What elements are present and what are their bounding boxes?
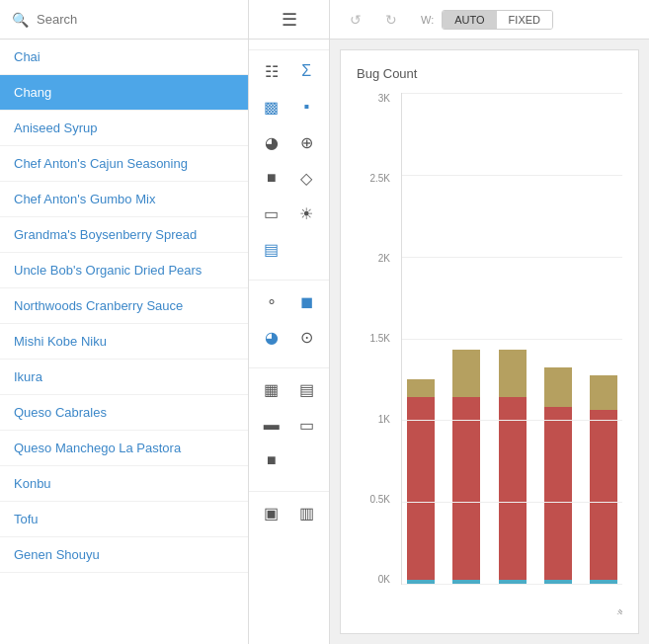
stacked-bar (407, 379, 435, 584)
bar-segment-bot (590, 580, 617, 584)
common-tools: ☷ Σ ▩ ▪ ◕ ⊕ ■ ◇ ▭ ☀ ▤ (249, 50, 329, 270)
undo-button[interactable]: ↺ (342, 6, 369, 34)
list-item[interactable]: Queso Cabrales (0, 395, 248, 431)
bar-segment-top (499, 350, 527, 397)
bubble-map-icon[interactable]: ◕ (256, 321, 287, 353)
y-axis-label: 0K (378, 574, 390, 585)
layout-icon1[interactable]: ▣ (256, 497, 287, 528)
search-input[interactable] (37, 12, 236, 27)
date-filter-icon[interactable]: ■ (256, 444, 287, 476)
right-header: ↺ ↻ W: AUTO FIXED (330, 0, 649, 40)
list-items: ChaiChangAniseed SyrupChef Anton's Cajun… (0, 40, 248, 644)
sigma-icon[interactable]: Σ (290, 55, 322, 87)
bar-segment-mid (407, 397, 435, 580)
pie-chart-icon[interactable]: ◕ (256, 126, 287, 158)
fixed-width-option[interactable]: FIXED (497, 11, 552, 29)
chart-title: Bug Count (357, 66, 622, 81)
y-axis-label: 1.5K (369, 333, 390, 344)
image-icon[interactable]: ☀ (290, 198, 322, 229)
bars-area (401, 93, 622, 585)
list-item[interactable]: Chai (0, 40, 248, 75)
table-icon[interactable]: ☷ (256, 55, 287, 87)
search-icon: 🔍 (12, 12, 29, 28)
hamburger-icon[interactable]: ☰ (282, 9, 297, 31)
width-label: W: (421, 14, 434, 26)
list-item[interactable]: Chef Anton's Gumbo Mix (0, 182, 248, 217)
text-icon[interactable]: ■ (256, 162, 287, 194)
list-filter-icon[interactable]: ▬ (256, 409, 287, 441)
bar-group (585, 93, 622, 584)
bar-segment-mid (544, 407, 572, 580)
dots-map-icon[interactable]: ∘ (256, 285, 287, 317)
layout-section-label (249, 481, 329, 492)
x-axis-label: Kevin Brown (547, 604, 577, 614)
bar-group (539, 93, 577, 584)
list-item[interactable]: Grandma's Boysenberry Spread (0, 217, 248, 253)
right-panel: ↺ ↻ W: AUTO FIXED Bug Count 3K2.5K2K1.5K… (330, 0, 649, 644)
filter-icon2[interactable]: ▤ (290, 373, 322, 405)
toolbar-top: ☰ (249, 0, 329, 40)
bar-segment-bot (452, 580, 480, 584)
redo-button[interactable]: ↻ (377, 6, 405, 34)
common-section-label (249, 40, 329, 50)
gauge-icon[interactable]: ◇ (290, 162, 322, 194)
list-item[interactable]: Konbu (0, 466, 248, 502)
list-item[interactable]: Northwoods Cranberry Sauce (0, 288, 248, 324)
filter-tools: ▦ ▤ ▬ ▭ ■ (249, 368, 329, 481)
bar-segment-top (452, 350, 480, 397)
multi-row-icon[interactable]: ▤ (256, 233, 287, 265)
bar-segment-mid (590, 410, 617, 580)
x-label-wrap: Kim Ralls (585, 585, 622, 614)
cluster-map-icon[interactable]: ⊙ (290, 321, 322, 353)
y-axis-label: 1K (378, 414, 390, 425)
bar-segment-top (407, 379, 435, 397)
bar-segment-top (590, 375, 617, 410)
auto-width-option[interactable]: AUTO (443, 11, 496, 29)
x-axis-label: David Bradley (409, 604, 440, 614)
maps-tools: ∘ ◼ ◕ ⊙ (249, 281, 329, 358)
bar-chart-icon[interactable]: ▩ (256, 91, 287, 122)
x-axis-label: Kim Ralls (596, 604, 622, 614)
maps-section-label (249, 270, 329, 281)
filter-icon1[interactable]: ▦ (256, 373, 287, 405)
stacked-bar (544, 367, 572, 584)
chart-area: Bug Count 3K2.5K2K1.5K1K0.5K0K David Bra… (340, 49, 639, 634)
x-label-wrap: David Bradley (401, 585, 439, 614)
grouped-bar-icon[interactable]: ▪ (290, 91, 322, 122)
list-item[interactable]: Ikura (0, 360, 248, 395)
chart-container: 3K2.5K2K1.5K1K0.5K0K David BradleyGail E… (357, 93, 622, 614)
middle-toolbar: ☰ ☷ Σ ▩ ▪ ◕ ⊕ ■ ◇ ▭ ☀ ▤ ∘ ◼ ◕ ⊙ ▦ ▤ ▬ ▭ … (249, 0, 330, 644)
y-axis-label: 3K (378, 93, 390, 104)
list-item[interactable]: Aniseed Syrup (0, 111, 248, 146)
layout-icon2[interactable]: ▥ (290, 497, 322, 528)
bar-group (447, 93, 485, 584)
list-item[interactable]: Uncle Bob's Organic Dried Pears (0, 253, 248, 288)
stacked-bar (452, 350, 480, 584)
x-label-wrap: Gail Erickson (446, 585, 484, 614)
bar-segment-top (544, 367, 572, 407)
dropdown-filter-icon[interactable]: ▭ (290, 409, 322, 441)
bar-group (493, 93, 530, 584)
y-axis-label: 2K (378, 253, 390, 264)
x-label-wrap: Kevin Brown (538, 585, 576, 614)
x-label-wrap: Jossef Goldberg (493, 585, 530, 614)
list-item[interactable]: Chef Anton's Cajun Seasoning (0, 146, 248, 182)
x-axis-label: Gail Erickson (455, 604, 485, 614)
search-bar: 🔍 (0, 0, 248, 40)
x-axis-label: Jossef Goldberg (498, 604, 530, 614)
bar-group (402, 93, 440, 584)
scatter-icon[interactable]: ⊕ (290, 126, 322, 158)
filled-map-icon[interactable]: ◼ (290, 285, 322, 317)
list-item[interactable]: Chang (0, 75, 248, 111)
list-item[interactable]: Tofu (0, 502, 248, 537)
matrix-icon[interactable]: ▭ (256, 198, 287, 229)
bar-segment-mid (499, 397, 527, 580)
stacked-bar (590, 375, 617, 584)
list-item[interactable]: Queso Manchego La Pastora (0, 431, 248, 466)
filter-section-label (249, 358, 329, 368)
list-item[interactable]: Mishi Kobe Niku (0, 324, 248, 360)
layout-tools: ▣ ▥ (249, 492, 329, 533)
bar-segment-mid (452, 397, 480, 580)
list-item[interactable]: Genen Shouyu (0, 537, 248, 573)
bar-segment-bot (499, 580, 527, 584)
